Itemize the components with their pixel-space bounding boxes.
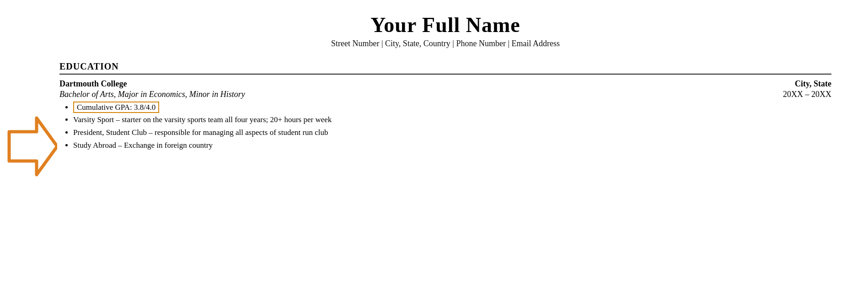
- list-item-varsity: Varsity Sport – starter on the varsity s…: [73, 114, 831, 125]
- section-title: EDUCATION: [59, 61, 831, 72]
- gpa-highlight: Cumulative GPA: 3.8/4.0: [73, 102, 159, 113]
- page-wrapper: Your Full Name Street Number | City, Sta…: [0, 0, 868, 295]
- degree-line: Bachelor of Arts, Major in Economics, Mi…: [59, 90, 831, 99]
- section-divider: [59, 74, 831, 75]
- bullet-list: Cumulative GPA: 3.8/4.0 Varsity Sport – …: [59, 102, 831, 151]
- education-section: EDUCATION Dartmouth College City, State …: [59, 61, 831, 151]
- list-item-study-abroad: Study Abroad – Exchange in foreign count…: [73, 140, 831, 151]
- dates: 20XX – 20XX: [783, 90, 831, 99]
- contact-info: Street Number | City, State, Country | P…: [59, 39, 831, 48]
- resume-header: Your Full Name Street Number | City, Sta…: [59, 14, 831, 48]
- degree: Bachelor of Arts, Major in Economics, Mi…: [59, 90, 245, 99]
- location: City, State: [795, 79, 831, 89]
- resume-content: Your Full Name Street Number | City, Sta…: [0, 0, 868, 295]
- institution-name: Dartmouth College: [59, 79, 127, 89]
- full-name: Your Full Name: [59, 14, 831, 37]
- list-item-president: President, Student Club – responsible fo…: [73, 127, 831, 138]
- list-item-gpa: Cumulative GPA: 3.8/4.0: [73, 102, 831, 113]
- entry-header: Dartmouth College City, State: [59, 79, 831, 89]
